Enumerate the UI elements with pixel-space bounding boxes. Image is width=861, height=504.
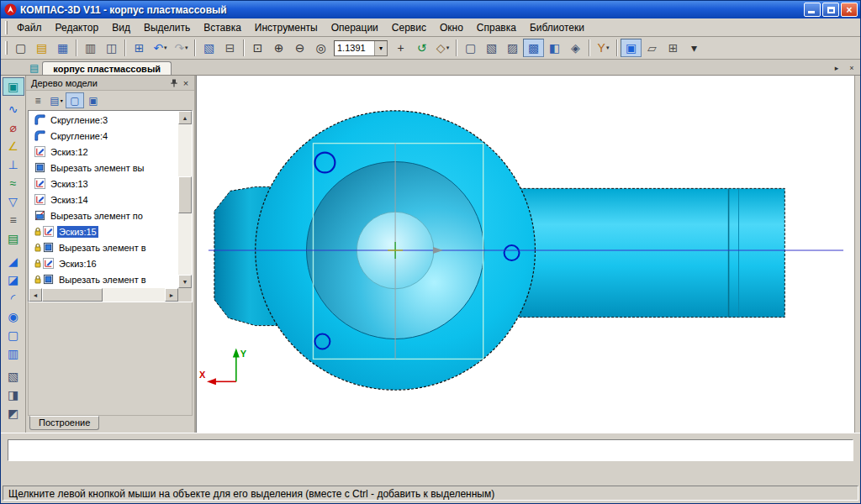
menu-item-service[interactable]: Сервис xyxy=(385,19,433,36)
tab-scroll-right-button[interactable]: ▸ xyxy=(830,61,843,74)
tree-vertical-scrollbar[interactable]: ▲ ▼ xyxy=(178,111,192,288)
menu-item-insert[interactable]: Вставка xyxy=(197,19,248,36)
menu-item-operations[interactable]: Операции xyxy=(325,19,385,36)
model-viewport[interactable]: Y X xyxy=(196,76,854,433)
maximize-button[interactable] xyxy=(822,3,839,17)
menu-item-help[interactable]: Справка xyxy=(470,19,523,36)
tree-item[interactable]: Эскиз:13 xyxy=(29,176,177,192)
menu-item-file[interactable]: Файл xyxy=(10,19,49,36)
tree-item[interactable]: Скругление:3 xyxy=(29,112,177,128)
property-panel-field[interactable] xyxy=(8,439,853,461)
pin-panel-button[interactable] xyxy=(168,77,180,89)
extrude-operation-button[interactable]: ◢ xyxy=(3,252,24,270)
zoom-selected-button[interactable]: ◎ xyxy=(310,39,331,57)
print-button[interactable]: ▥ xyxy=(80,39,101,57)
zoom-in-button[interactable]: ⊕ xyxy=(268,39,289,57)
tree-item[interactable]: Эскиз:15 xyxy=(29,223,177,239)
tree-horizontal-scrollbar[interactable]: ◄ ► xyxy=(29,288,178,302)
reports-button[interactable]: ▤ xyxy=(3,229,24,248)
hidden-lines-mode-button[interactable]: ▧ xyxy=(481,39,502,57)
new-sketch-button[interactable]: ▱ xyxy=(642,39,663,57)
vertical-scrollbar-thumb[interactable] xyxy=(178,176,192,213)
filters-button[interactable]: ▽ xyxy=(3,192,24,211)
menu-item-view[interactable]: Вид xyxy=(105,19,137,36)
document-manager-icon: ⊞ xyxy=(135,42,145,54)
aux-geometry-button[interactable]: ⊥ xyxy=(3,155,24,174)
scroll-up-button[interactable]: ▲ xyxy=(178,111,192,124)
orientation-button[interactable]: ◇▾ xyxy=(432,39,453,57)
menu-item-editor[interactable]: Редактор xyxy=(49,19,106,36)
shell-operation-button[interactable]: ▢ xyxy=(3,326,24,344)
3d-model-view[interactable]: Y X xyxy=(197,76,854,433)
tree-structure-button[interactable]: ≡ xyxy=(29,92,47,108)
rebuild-model-button[interactable]: ▣ xyxy=(621,39,642,57)
annotations-button[interactable]: ∠ xyxy=(3,137,24,155)
open-model-button[interactable]: ▧ xyxy=(198,39,219,57)
tree-panel-header: Дерево модели × xyxy=(26,76,194,91)
wireframe-tool-button[interactable]: ▧ xyxy=(3,367,24,386)
part-editing-panel-button[interactable]: ▣ xyxy=(3,77,24,96)
tree-item[interactable]: Вырезать элемент в xyxy=(29,239,177,255)
variables-button[interactable]: ⊟ xyxy=(219,39,240,57)
show-structure-button[interactable]: ▢ xyxy=(66,92,84,108)
rotate-view-button[interactable]: ↺ xyxy=(411,39,432,57)
redo-button[interactable]: ↷▾ xyxy=(171,39,192,57)
tree-item[interactable]: Эскиз:14 xyxy=(29,192,177,207)
scroll-left-button[interactable]: ◄ xyxy=(29,288,42,302)
hole-operation-button[interactable]: ◉ xyxy=(3,307,24,326)
shaded-mode-button[interactable]: ▩ xyxy=(523,39,544,57)
tree-item[interactable]: Эскиз:12 xyxy=(29,144,177,160)
menu-item-window[interactable]: Окно xyxy=(433,19,470,36)
scroll-down-button[interactable]: ▼ xyxy=(178,275,192,288)
print-preview-button[interactable]: ◫ xyxy=(101,39,122,57)
scroll-right-button[interactable]: ► xyxy=(165,288,178,302)
toolbar-grip[interactable] xyxy=(5,41,8,55)
combo-dropdown-icon[interactable]: ▾ xyxy=(374,41,387,55)
document-tab[interactable]: корпус пластмассовый xyxy=(42,61,172,75)
menu-item-select[interactable]: Выделить xyxy=(137,19,197,36)
horizontal-scroll-track[interactable] xyxy=(42,288,165,302)
tab-close-button[interactable]: × xyxy=(845,61,858,74)
undo-button[interactable]: ↶▾ xyxy=(150,39,171,57)
hidden-thin-mode-button[interactable]: ▨ xyxy=(502,39,523,57)
document-manager-button[interactable]: ⊞ xyxy=(129,39,150,57)
tree-composition-button[interactable]: ▤▾ xyxy=(47,92,66,108)
tab-construction[interactable]: Построение xyxy=(29,416,99,430)
open-document-button[interactable]: ▤ xyxy=(31,39,52,57)
measurements-button[interactable]: ≈ xyxy=(3,174,24,192)
zoom-frame-button[interactable]: ⊡ xyxy=(247,39,268,57)
pan-button[interactable]: + xyxy=(390,39,411,57)
minimize-button[interactable] xyxy=(804,3,821,17)
close-button[interactable]: × xyxy=(841,3,858,17)
wireframe-mode-button[interactable]: ▢ xyxy=(460,39,481,57)
perspective-mode-button[interactable]: ◈ xyxy=(565,39,586,57)
shaded-wireframe-mode-button[interactable]: ◧ xyxy=(544,39,565,57)
fillet-operation-button[interactable]: ◜ xyxy=(3,289,24,307)
toolbar-options-button[interactable]: ▾ xyxy=(684,39,705,57)
specification-button[interactable]: ≡ xyxy=(3,211,24,229)
additional-tree-window-button[interactable]: ▣ xyxy=(84,92,103,108)
menu-item-libraries[interactable]: Библиотеки xyxy=(523,19,591,36)
dimensions-button[interactable]: ⌀ xyxy=(3,118,24,137)
tree-item[interactable]: Вырезать элемент в xyxy=(29,271,177,287)
tree-item[interactable]: Эскиз:16 xyxy=(29,255,177,271)
simplifications-button[interactable]: Y▾ xyxy=(593,39,614,57)
tree-item[interactable]: Вырезать элемент по xyxy=(29,207,177,223)
zoom-scale-combo[interactable]: 1.1391▾ xyxy=(334,40,388,56)
cut-operation-button[interactable]: ◪ xyxy=(3,270,24,289)
toolbar-separator xyxy=(243,39,245,56)
spatial-curves-button[interactable]: ∿ xyxy=(3,100,24,118)
tree-item[interactable]: Скругление:4 xyxy=(29,128,177,144)
section-tool-button[interactable]: ◨ xyxy=(3,386,24,404)
projection-tool-button[interactable]: ◩ xyxy=(3,404,24,423)
spreadsheet-button[interactable]: ⊞ xyxy=(663,39,684,57)
zoom-out-button[interactable]: ⊖ xyxy=(289,39,310,57)
horizontal-scrollbar-thumb[interactable] xyxy=(42,288,103,302)
menu-grip[interactable] xyxy=(5,21,8,34)
new-document-button[interactable]: ▢ xyxy=(10,39,31,57)
panel-close-button[interactable]: × xyxy=(180,77,192,89)
menu-item-tools[interactable]: Инструменты xyxy=(248,19,325,36)
save-document-button[interactable]: ▦ xyxy=(52,39,73,57)
rib-operation-button[interactable]: ▥ xyxy=(3,344,24,363)
tree-item[interactable]: Вырезать элемент вы xyxy=(29,160,177,176)
